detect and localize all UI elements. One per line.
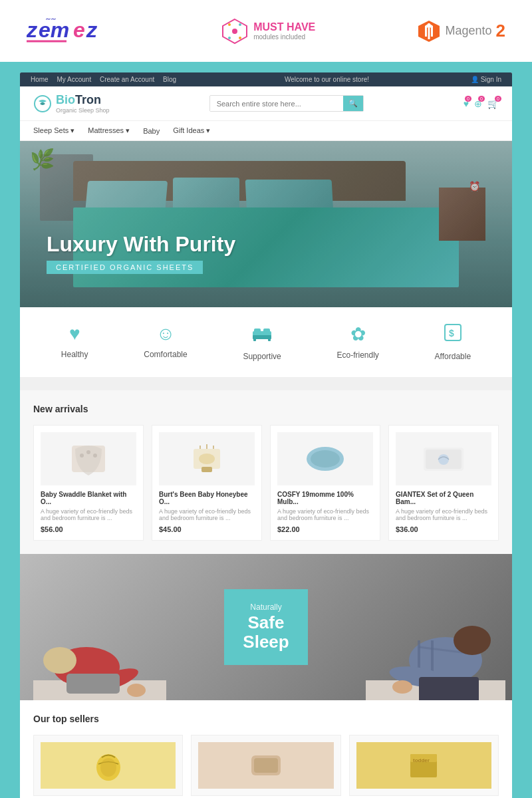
store-header: BioTron Organic Sleep Shop 🔍 ♥0 ⊕0 🛒0	[20, 86, 512, 121]
topnav-createaccount[interactable]: Create an Account	[100, 76, 154, 83]
store-logo: BioTron Organic Sleep Shop	[33, 93, 110, 114]
svg-text:e: e	[73, 18, 85, 42]
product-name-4: GIANTEX Set of 2 Queen Bam...	[396, 491, 491, 505]
svg-point-7	[232, 29, 237, 34]
product-desc-1: A huge variety of eco-friendly beds and …	[41, 508, 136, 521]
svg-point-36	[127, 684, 146, 697]
store-topnav: Home My Account Create an Account Blog W…	[20, 72, 512, 86]
product-card-3: COSFY 19momme 100% Mulb... A huge variet…	[270, 425, 380, 541]
hero-title: Luxury With Purity	[47, 232, 235, 257]
logo-tron: Tron	[75, 93, 101, 106]
svg-point-11	[239, 37, 241, 39]
new-arrivals-section: New arrivals Baby Swaddle Blanket with O…	[20, 390, 512, 554]
mainnav-giftideas[interactable]: Gift Ideas ▾	[173, 126, 210, 135]
mainnav-sleepsets[interactable]: Sleep Sets ▾	[33, 126, 74, 135]
mainnav-mattresses[interactable]: Mattresses ▾	[88, 126, 130, 135]
top-sellers-section: Our top sellers	[20, 700, 512, 798]
new-arrivals-grid: Baby Swaddle Blanket with O... A huge va…	[33, 425, 499, 541]
product-img-2	[159, 432, 255, 485]
header-icons: ♥0 ⊕0 🛒0	[464, 98, 499, 109]
topnav-links[interactable]: Home My Account Create an Account Blog	[31, 76, 183, 83]
svg-rect-46	[419, 677, 479, 700]
bed-icon	[251, 323, 273, 346]
cart-badge: 0	[495, 96, 501, 102]
search-button[interactable]: 🔍	[343, 96, 363, 111]
wishlist-badge: 0	[465, 96, 471, 102]
top-sellers-title: Our top sellers	[33, 714, 499, 724]
compare-icon[interactable]: ⊕0	[474, 98, 482, 109]
wishlist-icon[interactable]: ♥0	[464, 98, 469, 109]
feature-healthy-label: Healthy	[61, 350, 88, 359]
topnav-home[interactable]: Home	[31, 76, 49, 83]
store-mainnav: Sleep Sets ▾ Mattresses ▾ Baby Gift Idea…	[20, 121, 512, 141]
svg-point-9	[239, 23, 241, 26]
safe-sleep-safe: Safe	[243, 613, 289, 632]
safe-sleep-section: Naturally Safe Sleep	[20, 554, 512, 700]
product-name-3: COSFY 19momme 100% Mulb...	[277, 491, 373, 505]
store-wrapper: Home My Account Create an Account Blog W…	[20, 72, 512, 798]
feature-comfortable: ☺ Comfortable	[144, 323, 187, 361]
branding-bar: ∼∼ z em e z MUST HAVE modules included	[0, 0, 532, 62]
zemes-logo: ∼∼ z em e z	[27, 12, 120, 50]
top-seller-3: todder	[349, 735, 499, 796]
svg-point-29	[311, 450, 340, 467]
product-price-4: $36.00	[396, 525, 491, 533]
svg-text:z: z	[86, 18, 98, 42]
hero-text-block: Luxury With Purity CERTIFIED ORGANIC SHE…	[47, 232, 235, 274]
teal-spacer-top	[0, 62, 532, 72]
product-card-4: GIANTEX Set of 2 Queen Bam... A huge var…	[388, 425, 499, 541]
top-sellers-grid: todder	[33, 735, 499, 796]
cart-icon[interactable]: 🛒0	[487, 98, 499, 109]
feature-ecofriendly-label: Eco-friendly	[337, 350, 379, 360]
svg-rect-17	[253, 338, 256, 341]
feature-healthy: ♥ Healthy	[61, 323, 88, 361]
logo-subtitle: Organic Sleep Shop	[56, 107, 110, 114]
svg-point-32	[438, 454, 449, 465]
top-seller-img-2	[198, 742, 333, 789]
svg-rect-16	[263, 329, 270, 334]
magento-logo: Magento 2	[417, 19, 505, 43]
feature-supportive: Supportive	[243, 323, 281, 361]
svg-text:$: $	[449, 328, 454, 338]
compare-badge: 0	[478, 96, 485, 102]
logo-icon	[33, 94, 52, 113]
svg-point-10	[228, 37, 231, 39]
musthave-subtitle: modules included	[253, 33, 315, 41]
svg-point-49	[100, 758, 116, 777]
svg-point-23	[86, 450, 90, 454]
hero-banner: 🌿 ⏰ Luxury With Purity CERTIFIED ORGANIC…	[20, 141, 512, 307]
product-price-1: $56.00	[41, 525, 136, 533]
svg-rect-51	[254, 758, 278, 773]
feature-affordable: $ Affordable	[435, 323, 471, 361]
product-card-1: Baby Swaddle Blanket with O... A huge va…	[33, 425, 144, 541]
heart-icon: ♥	[69, 323, 80, 344]
top-seller-img-1	[41, 742, 176, 789]
svg-rect-15	[254, 329, 261, 334]
safe-sleep-sleep: Sleep	[243, 632, 289, 652]
svg-point-37	[43, 647, 76, 674]
product-price-3: $22.00	[277, 525, 373, 533]
product-desc-2: A huge variety of eco-friendly beds and …	[159, 508, 255, 521]
svg-text:em: em	[39, 18, 69, 42]
mainnav-baby[interactable]: Baby	[143, 127, 160, 135]
feature-ecofriendly: ✿ Eco-friendly	[337, 323, 379, 361]
search-input[interactable]	[210, 96, 343, 111]
topnav-myaccount[interactable]: My Account	[57, 76, 91, 83]
musthave-title: MUST HAVE	[253, 21, 315, 33]
search-bar[interactable]: 🔍	[209, 95, 364, 112]
feature-supportive-label: Supportive	[243, 352, 281, 361]
product-desc-3: A huge variety of eco-friendly beds and …	[277, 508, 373, 521]
safe-sleep-naturally: Naturally	[243, 602, 289, 612]
svg-rect-26	[201, 467, 212, 472]
product-img-4	[396, 432, 491, 485]
features-bar: ♥ Healthy ☺ Comfortable Supportive ✿	[20, 307, 512, 377]
topnav-signin[interactable]: Sign In	[471, 76, 501, 83]
logo-text: BioTron Organic Sleep Shop	[56, 93, 110, 114]
topnav-blog[interactable]: Blog	[163, 76, 176, 83]
svg-point-45	[392, 680, 412, 694]
topnav-welcome: Welcome to our online store!	[285, 76, 369, 83]
top-seller-1	[33, 735, 183, 796]
product-name-2: Burt's Been Baby Honeybee O...	[159, 491, 255, 505]
product-img-3	[277, 432, 373, 485]
product-price-2: $45.00	[159, 525, 255, 533]
